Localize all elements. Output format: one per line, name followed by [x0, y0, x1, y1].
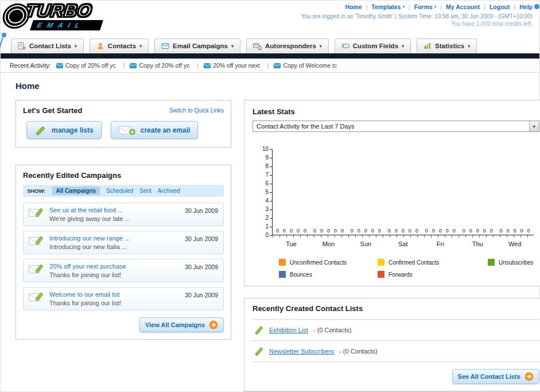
switch-to-quick-links[interactable]: Switch to Quick Links [169, 107, 224, 114]
chart-value-label: 0 [415, 228, 419, 234]
chart-value-label: 0 [408, 228, 412, 234]
get-started-title: Let's Get Started [23, 106, 83, 115]
view-all-campaigns-button[interactable]: View All Campaigns [139, 317, 224, 332]
tab-autoresponders[interactable]: Autoresponders ▾ [246, 38, 329, 53]
tab-contacts[interactable]: Contacts ▾ [90, 38, 149, 53]
chart-value-label: 0 [506, 228, 510, 234]
chart-value-label: 0 [387, 228, 391, 234]
tab-label: Contacts [108, 42, 136, 49]
main-content: Home Let's Get Started Switch to Quick L… [1, 73, 539, 392]
stats-period-select[interactable]: Contact Activity for the Last 7 Days ▼ [252, 121, 539, 132]
email-icon [130, 63, 137, 68]
recent-activity-item[interactable]: 20% off your next [204, 62, 269, 69]
tab-contact-lists[interactable]: Contact Lists ▾ [11, 38, 84, 53]
contact-list-count: - (0 Contacts) [313, 327, 352, 333]
recent-activity-label: Recent Activity: [10, 62, 51, 69]
tab-email-campaigns[interactable]: Email Campaigns ▾ [154, 38, 240, 53]
chart-x-label: Thu [459, 240, 496, 247]
chart-xlabels: TueMonSunSatFriThuWed [273, 240, 534, 247]
header-right: Home Templates▾ Forms▾ My Account Logout… [301, 3, 533, 27]
y-axis: 109876543210 [259, 149, 272, 235]
chart-value-label: 0 [513, 228, 517, 234]
app-window: TURBO EMAIL Home Templates▾ Forms▾ My Ac… [0, 0, 540, 392]
chevron-down-icon: ▾ [468, 44, 470, 49]
top-link-logout[interactable]: Logout [490, 3, 510, 10]
envelope-edit-icon [29, 291, 44, 303]
legend-item: Unconfirmed Contacts [279, 259, 378, 266]
credits-info: You have 1,000 total credits left. [301, 21, 533, 27]
chart-legend: Unconfirmed ContactsConfirmed ContactsUn… [279, 259, 534, 278]
tab-label: Contact Lists [29, 42, 71, 49]
custom-fields-icon [341, 42, 349, 50]
campaign-list: See us at the retail food ... We're givi… [23, 203, 224, 311]
tab-statistics[interactable]: Statistics ▾ [417, 38, 477, 53]
see-all-contact-lists-button[interactable]: See All Contact Lists [452, 369, 539, 384]
chart-value-label: 0 [462, 228, 466, 234]
campaign-subtitle: We're giving away our late ... [49, 215, 180, 222]
campaigns-title: Recently Edited Campaigns [23, 171, 224, 180]
chart-value-label: 0 [476, 228, 480, 234]
arrow-right-icon [209, 320, 218, 329]
recent-activity-item[interactable]: Copy of 20% off yc [56, 62, 125, 69]
contact-list-link[interactable]: Newsletter Subscribers [269, 348, 334, 355]
top-link-my-account[interactable]: My Account [446, 3, 480, 10]
recent-activity-item[interactable]: Copy of 20% off yc [130, 62, 199, 69]
campaign-date: 30 Jun 2009 [185, 263, 218, 270]
pencil-icon [34, 125, 47, 135]
tab-custom-fields[interactable]: Custom Fields ▾ [335, 38, 411, 53]
campaign-title-link[interactable]: Welcome to our email list [49, 291, 180, 298]
autoresponders-icon [253, 42, 262, 50]
chart-value-label: 0 [394, 228, 398, 234]
filter-archived[interactable]: Archived [158, 188, 180, 194]
contact-list-link[interactable]: Exhibition List [269, 327, 308, 333]
chart-day-group: 00000 [347, 149, 384, 235]
main-nav: Contact Lists ▾ Contacts ▾ Email Campaig… [1, 36, 539, 53]
campaign-row: 20% off your next purchase Thanks for jo… [23, 259, 224, 282]
chevron-down-icon: ▾ [139, 44, 142, 49]
x-axis-ticks [273, 235, 534, 238]
envelope-edit-icon [29, 207, 44, 219]
chart-x-label: Tue [273, 240, 310, 247]
arrow-right-icon [525, 372, 534, 381]
chart-value-label: 0 [333, 228, 337, 234]
stats-title: Latest Stats [252, 107, 539, 116]
legend-item: Unsubscribes [488, 259, 534, 266]
contacts-icon [96, 42, 104, 50]
filter-sent[interactable]: Sent [139, 188, 151, 194]
chart-day-group: 00000 [422, 149, 459, 235]
stats-period-value: Contact Activity for the Last 7 Days [257, 123, 355, 130]
campaign-subtitle: Thanks for joining our list! [49, 300, 180, 306]
top-link-home[interactable]: Home [345, 3, 362, 10]
top-link-forms[interactable]: Forms [414, 3, 433, 10]
tab-label: Custom Fields [353, 42, 398, 49]
campaign-subtitle: Thanks for joining our list! [49, 271, 180, 278]
manage-lists-button[interactable]: manage lists [26, 121, 102, 139]
campaign-title-link[interactable]: Introducing our new range ... [49, 235, 180, 242]
statistics-icon [424, 42, 432, 50]
chart-value-label: 0 [275, 228, 279, 234]
contact-list-item: Newsletter Subscribers - (0 Contacts) [252, 341, 539, 362]
email-icon [56, 63, 63, 68]
top-link-templates[interactable]: Templates [371, 3, 401, 10]
filter-scheduled[interactable]: Scheduled [106, 188, 133, 194]
pencil-icon [254, 346, 264, 356]
campaign-title-link[interactable]: 20% off your next purchase [49, 263, 180, 270]
chart-value-label: 0 [432, 228, 436, 234]
chart-value-label: 0 [438, 228, 442, 234]
create-email-button[interactable]: create an email [111, 121, 199, 139]
pencil-icon [254, 325, 264, 335]
chart-value-label: 0 [289, 228, 293, 234]
campaign-date: 30 Jun 2009 [185, 235, 218, 242]
campaign-row: Introducing our new range ... Introducin… [23, 231, 224, 254]
chart-value-label: 0 [340, 228, 344, 234]
filter-all-campaigns[interactable]: All Campaigns [52, 187, 100, 195]
tab-label: Email Campaigns [173, 42, 228, 49]
legend-swatch [279, 271, 286, 278]
recently-created-contact-lists-panel: Recently Created Contact Lists Exhibitio… [244, 298, 540, 391]
top-link-help[interactable]: Help [519, 3, 533, 10]
recent-activity-bar: Recent Activity: Copy of 20% off yc Copy… [1, 59, 539, 73]
campaign-title-link[interactable]: See us at the retail food ... [49, 207, 180, 214]
recent-activity-item[interactable]: Copy of Welcome tc [274, 62, 337, 69]
chart-value-label: 0 [520, 228, 524, 234]
logo-title: TURBO [25, 2, 103, 20]
